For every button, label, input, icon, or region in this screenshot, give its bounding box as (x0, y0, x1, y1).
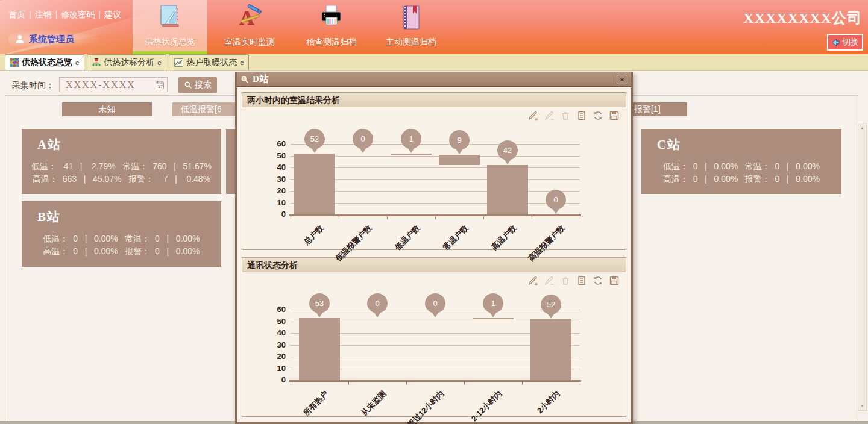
nav-item-active-archive[interactable]: 主动测温归档 (374, 0, 448, 54)
collect-time-input[interactable]: XXXX-XXXX 17 (59, 77, 168, 92)
y-tick-label: 50 (262, 151, 286, 160)
logout-link[interactable]: 注销 (31, 10, 55, 19)
panel-title: 两小时内的室温结果分析 (242, 93, 626, 107)
calendar-icon[interactable]: 17 (155, 80, 165, 90)
refresh-icon[interactable] (593, 110, 603, 121)
station-d-dialog: D站 × 两小时内的室温结果分析 010203040506052总户数0低温报警… (235, 72, 633, 424)
bubble-value: 52 (541, 295, 561, 314)
pencil-plus-icon[interactable] (527, 110, 538, 121)
pencil-minus-icon (544, 110, 555, 121)
x-axis-label: 低温户数 (392, 223, 422, 252)
bubble-value: 1 (483, 293, 503, 313)
nav-item-room-temp-monitor[interactable]: A 室温实时监测 (212, 0, 287, 54)
chart-toolbar (527, 275, 620, 286)
bar (294, 154, 335, 214)
x-axis-label: 从未监测 (359, 388, 388, 418)
home-link[interactable]: 首页 (5, 10, 29, 19)
bubble-value: 0 (367, 293, 388, 313)
pen-monitor-icon: A (212, 3, 287, 33)
bubble-value: 0 (546, 190, 566, 210)
value-bubble: 0 (353, 129, 373, 154)
bar (487, 165, 528, 214)
station-card-c[interactable]: C站 低温： 0 | 0.00% 常温： 0 | 0.00%高温： 0 | 0.… (641, 129, 841, 194)
nav-label: 供热状况总览 (133, 37, 207, 48)
station-name: A站 (22, 129, 221, 153)
collect-time-value: XXXX-XXXX (66, 80, 155, 90)
value-bubble: 42 (497, 140, 518, 166)
station-stats-line: 低温： 0 | 0.00% 常温： 0 | 0.00% (22, 232, 221, 245)
tab-heating-compliance-analysis[interactable]: 供热达标分析 c (87, 54, 166, 70)
line-chart-icon (174, 58, 183, 67)
value-bubble: 1 (483, 293, 503, 319)
comm-status-analysis-panel: 通讯状态分析 010203040506053所有热户0从未监测0超过12小时内1… (242, 257, 626, 417)
y-tick-label: 50 (262, 317, 286, 326)
save-icon[interactable] (609, 110, 620, 121)
save-icon[interactable] (609, 275, 620, 286)
user-name: 系统管理员 (29, 34, 74, 45)
y-tick-label: 20 (262, 186, 286, 195)
switch-button[interactable]: 切换 (827, 34, 863, 51)
document-icon[interactable] (576, 275, 587, 286)
close-icon[interactable]: × (617, 75, 627, 84)
x-axis-label: 常温户数 (441, 223, 470, 252)
tab-household-heating-status[interactable]: 热户取暖状态 c (169, 54, 249, 70)
search-button[interactable]: 搜索 (178, 77, 217, 93)
station-name: B站 (22, 201, 221, 225)
nav-item-inspection-archive[interactable]: 稽查测温归档 (294, 0, 369, 54)
pencil-minus-icon (544, 275, 555, 286)
station-card-a[interactable]: A站 低温： 41 | 2.79% 常温： 760 | 51.67%高温： 66… (22, 129, 221, 194)
vertical-scrollbar[interactable]: ▲ ▼ (858, 123, 867, 411)
y-tick-label: 60 (262, 139, 286, 148)
status-button-unknown[interactable]: 未知 (62, 102, 152, 116)
tab-label: 供热达标分析 (104, 57, 154, 68)
value-bubble: 1 (401, 129, 421, 154)
station-card-b[interactable]: B站 低温： 0 | 0.00% 常温： 0 | 0.00%高温： 0 | 0.… (22, 201, 221, 267)
refresh-icon[interactable] (593, 275, 603, 286)
tab-bar: 供热状态总览 c 供热达标分析 c 热户取暖状态 c (0, 54, 868, 71)
suggestion-link[interactable]: 建议 (101, 10, 125, 19)
x-axis-tick (522, 382, 523, 385)
y-tick-label: 30 (262, 175, 286, 184)
tab-label: 热户取暖状态 (186, 57, 237, 68)
bubble-value: 0 (425, 293, 445, 313)
nav-item-heating-overview[interactable]: 供热状况总览 (133, 0, 207, 54)
status-button-alarm[interactable]: 报警[1] (632, 102, 687, 116)
nav-label: 主动测温归档 (374, 37, 448, 48)
scroll-down-arrow-icon[interactable]: ▼ (858, 401, 866, 410)
y-tick-label: 40 (262, 163, 286, 172)
user-badge[interactable]: 系统管理员 (8, 30, 99, 48)
dialog-titlebar[interactable]: D站 × (237, 72, 631, 87)
document-icon[interactable] (576, 110, 587, 121)
x-axis-tick (406, 382, 407, 385)
station-stats-line: 高温： 0 | 0.00% 报警： 0 | 0.00% (22, 245, 221, 258)
tab-heating-status-overview[interactable]: 供热状态总览 c (5, 54, 84, 70)
search-icon (184, 81, 192, 89)
y-tick-label: 40 (262, 328, 286, 337)
change-password-link[interactable]: 修改密码 (57, 10, 98, 19)
x-axis-tick (435, 216, 436, 219)
scroll-up-arrow-icon[interactable]: ▲ (858, 123, 866, 132)
svg-text:17: 17 (158, 84, 163, 89)
tab-refresh-icon[interactable]: c (75, 59, 79, 66)
value-bubble: 0 (367, 293, 388, 319)
top-links: 首页|注销|修改密码|建议 (5, 10, 125, 20)
bar (299, 318, 340, 380)
y-tick-label: 60 (262, 305, 286, 314)
bubble-value: 53 (309, 293, 330, 313)
y-tick-label: 30 (262, 340, 286, 349)
status-button-low-temp-alarm[interactable]: 低温报警[6 (172, 102, 236, 116)
notebook-icon (374, 3, 448, 33)
station-stats: 低温： 0 | 0.00% 常温： 0 | 0.00%高温： 0 | 0.00%… (641, 160, 841, 186)
tab-refresh-icon[interactable]: c (240, 59, 244, 66)
x-axis-tick (339, 216, 339, 219)
bubble-value: 1 (401, 129, 421, 149)
divider: | (29, 10, 31, 19)
room-temp-analysis-panel: 两小时内的室温结果分析 010203040506052总户数0低温报警户数1低温… (242, 92, 626, 250)
tab-refresh-icon[interactable]: c (157, 59, 161, 66)
switch-label: 切换 (842, 37, 859, 48)
pencil-plus-icon[interactable] (527, 275, 538, 286)
panel-title: 通讯状态分析 (242, 258, 626, 272)
x-axis-tick (387, 216, 388, 219)
nav-label: 室温实时监测 (212, 37, 287, 48)
station-stats: 低温： 41 | 2.79% 常温： 760 | 51.67%高温： 663 |… (22, 160, 221, 186)
